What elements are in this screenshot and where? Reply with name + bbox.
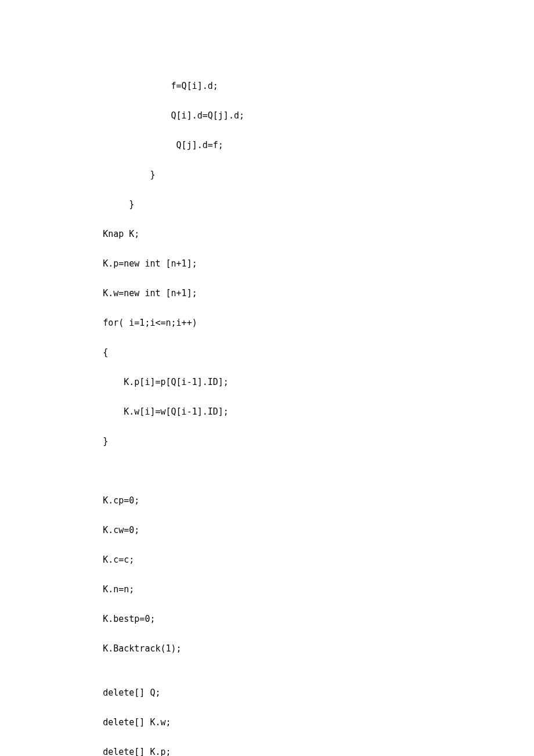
code-line: K.cp=0; [77, 494, 488, 509]
code-line: f=Q[i].d; [77, 79, 488, 94]
code-line: K.bestp=0; [77, 612, 488, 627]
code-line: for( i=1;i<=n;i++) [77, 316, 488, 331]
code-line: } [77, 197, 488, 213]
code-line: K.Backtrack(1); [77, 642, 488, 657]
code-line: delete[] K.p; [77, 745, 488, 756]
code-document: f=Q[i].d; Q[i].d=Q[j].d; Q[j].d=f; } } K… [0, 0, 534, 756]
code-line: K.p=new int [n+1]; [77, 257, 488, 272]
code-line: } [77, 168, 488, 183]
code-line: Q[i].d=Q[j].d; [77, 109, 488, 124]
code-line: K.w=new int [n+1]; [77, 286, 488, 301]
code-line: delete[] Q; [77, 686, 488, 701]
code-line: { [77, 345, 488, 361]
code-line: delete[] K.w; [77, 715, 488, 730]
code-line: Q[j].d=f; [77, 138, 488, 153]
code-line: K.p[i]=p[Q[i-1].ID]; [77, 375, 488, 390]
code-line: K.n=n; [77, 582, 488, 597]
code-line: Knap K; [77, 227, 488, 242]
code-line: K.cw=0; [77, 523, 488, 538]
code-line: } [77, 434, 488, 449]
code-line: K.c=c; [77, 553, 488, 568]
code-line: K.w[i]=w[Q[i-1].ID]; [77, 405, 488, 420]
